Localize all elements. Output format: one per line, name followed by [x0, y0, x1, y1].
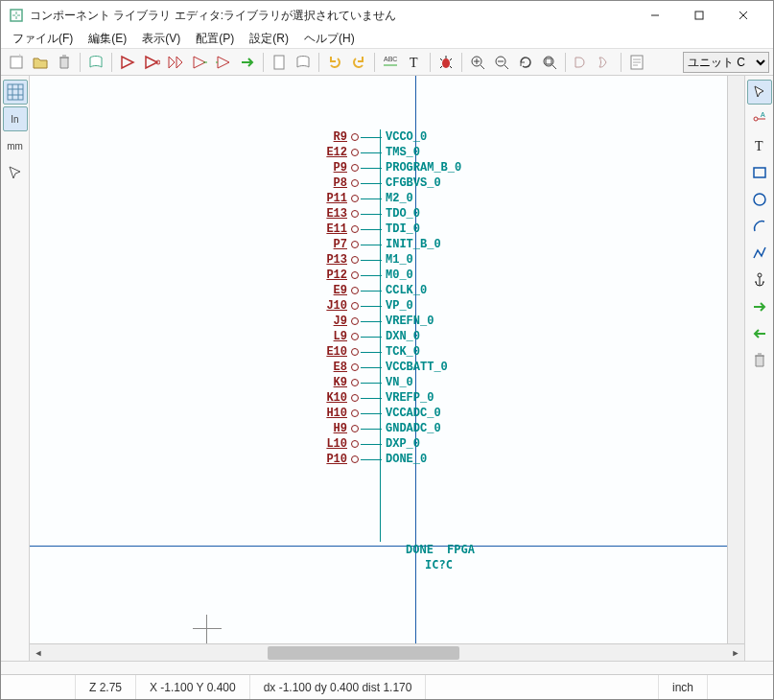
bug-icon[interactable]: [434, 51, 457, 74]
export-arrow-icon[interactable]: [236, 51, 259, 74]
text-tool-icon[interactable]: T: [403, 51, 426, 74]
window-title: コンポーネント ライブラリ エディタ:ライブラリが選択されていません: [30, 8, 633, 24]
component-symbol: R9VCCO_0E12TMS_0P9PROGRAM_B_0P8CFGBVS_0P…: [313, 129, 504, 467]
add-circle-icon[interactable]: [747, 187, 772, 212]
gate-2-icon[interactable]: [140, 51, 163, 74]
pin-endpoint-icon: [351, 425, 359, 432]
pin-endpoint-icon: [351, 149, 359, 156]
component-label-fpga: FPGA: [447, 543, 475, 556]
zoom-fit-icon[interactable]: [538, 51, 561, 74]
doc-icon[interactable]: [268, 51, 291, 74]
export2-arrow-icon[interactable]: [747, 321, 772, 346]
pin-endpoint-icon: [351, 394, 359, 402]
svg-point-17: [754, 117, 758, 121]
svg-rect-14: [546, 58, 551, 64]
menu-settings[interactable]: 設定(R): [242, 29, 296, 49]
gate-5-icon[interactable]: [212, 51, 235, 74]
pin-number: P7: [313, 238, 351, 251]
pin-endpoint-icon: [351, 379, 359, 386]
morgan-2-icon[interactable]: [594, 51, 617, 74]
svg-point-22: [758, 273, 762, 277]
pin-number: J9: [313, 315, 351, 328]
svg-rect-16: [8, 84, 23, 100]
unit-selector[interactable]: ユニット C: [683, 52, 769, 73]
pin-endpoint-icon: [351, 287, 359, 294]
add-rect-icon[interactable]: [747, 160, 772, 185]
gate-3-icon[interactable]: [164, 51, 187, 74]
edit-fields-icon[interactable]: ABC: [379, 51, 402, 74]
datasheet-icon[interactable]: [625, 51, 648, 74]
undo-icon[interactable]: [323, 51, 346, 74]
cursor-shape-icon[interactable]: [3, 160, 28, 185]
pin-endpoint-icon: [351, 133, 359, 141]
menu-help[interactable]: ヘルプ(H): [296, 29, 363, 49]
status-zoom: Z 2.75: [76, 675, 136, 699]
units-mm-button[interactable]: mm: [3, 133, 28, 158]
pin-number: K10: [313, 391, 351, 405]
pin-number: K9: [313, 376, 351, 389]
pin-number: E8: [313, 361, 351, 374]
import-arrow-icon[interactable]: [747, 294, 772, 319]
schematic-canvas[interactable]: R9VCCO_0E12TMS_0P9PROGRAM_B_0P8CFGBVS_0P…: [30, 76, 744, 643]
pin-endpoint-icon: [351, 195, 359, 202]
delete-icon[interactable]: [53, 51, 76, 74]
pin-number: E12: [313, 146, 351, 159]
status-units: inch: [659, 675, 708, 699]
redo-icon[interactable]: [347, 51, 370, 74]
zoom-in-icon[interactable]: [466, 51, 489, 74]
grid-toggle-icon[interactable]: [3, 80, 28, 105]
add-polyline-icon[interactable]: [747, 241, 772, 266]
status-xy: X -1.100 Y 0.400: [136, 675, 250, 699]
gate-1-icon[interactable]: [116, 51, 139, 74]
pin-number: P11: [313, 192, 351, 205]
morgan-1-icon[interactable]: [570, 51, 593, 74]
pin-number: P8: [313, 176, 351, 190]
svg-text:ABC: ABC: [384, 56, 397, 62]
svg-rect-5: [11, 57, 22, 68]
select-tool-icon[interactable]: [747, 80, 772, 105]
pin-number: L9: [313, 330, 351, 343]
pin-number: P12: [313, 268, 351, 282]
pin-number: L10: [313, 437, 351, 451]
book-icon[interactable]: [292, 51, 315, 74]
scroll-right-icon[interactable]: ►: [727, 644, 744, 662]
pin-endpoint-icon: [351, 317, 359, 325]
pin-number: P10: [313, 453, 351, 466]
statusbar: Z 2.75 X -1.100 Y 0.400 dx -1.100 dy 0.4…: [1, 674, 773, 699]
svg-rect-0: [11, 10, 22, 21]
pin-number: E9: [313, 284, 351, 297]
pin-endpoint-icon: [351, 179, 359, 187]
scroll-left-icon[interactable]: ◄: [30, 644, 47, 662]
add-pin-icon[interactable]: A: [747, 106, 772, 131]
zoom-out-icon[interactable]: [490, 51, 513, 74]
trash-icon[interactable]: [747, 348, 772, 373]
svg-text:T: T: [755, 139, 763, 153]
close-button[interactable]: [721, 1, 765, 30]
svg-rect-7: [274, 56, 284, 69]
svg-point-10: [442, 58, 450, 68]
units-inches-button[interactable]: In: [3, 106, 28, 131]
anchor-icon[interactable]: [747, 268, 772, 292]
open-icon[interactable]: [29, 51, 52, 74]
svg-text:A: A: [761, 111, 765, 118]
pin-number: E10: [313, 345, 351, 359]
add-text-icon[interactable]: T: [747, 133, 772, 158]
zoom-refresh-icon[interactable]: [514, 51, 537, 74]
gate-4-icon[interactable]: [188, 51, 211, 74]
maximize-button[interactable]: [677, 1, 721, 30]
pin-number: R9: [313, 130, 351, 144]
menu-view[interactable]: 表示(V): [134, 29, 188, 49]
add-arc-icon[interactable]: [747, 214, 772, 239]
menu-place[interactable]: 配置(P): [188, 29, 242, 49]
menu-edit[interactable]: 編集(E): [81, 29, 134, 49]
new-component-icon[interactable]: [5, 51, 28, 74]
vertical-scrollbar[interactable]: [727, 76, 744, 643]
app-icon: [9, 8, 24, 23]
pin-endpoint-icon: [351, 409, 359, 417]
library-icon[interactable]: [84, 51, 107, 74]
svg-rect-20: [754, 168, 765, 177]
menu-file[interactable]: ファイル(F): [5, 29, 81, 49]
pin-endpoint-icon: [351, 241, 359, 248]
minimize-button[interactable]: [633, 1, 677, 30]
horizontal-scrollbar[interactable]: ◄ ►: [30, 643, 744, 661]
